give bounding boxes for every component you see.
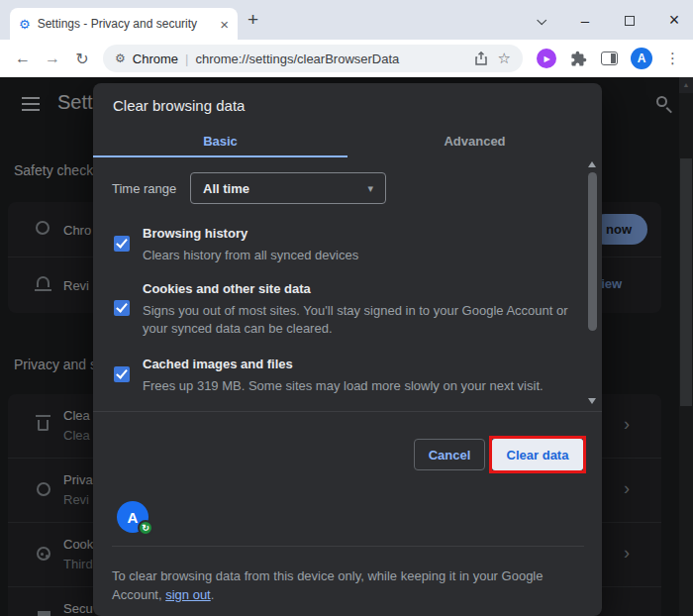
tab-basic[interactable]: Basic (93, 124, 347, 157)
settings-page: Sett Safety check Chro now Revi view Pri… (0, 77, 693, 616)
item-description: Signs you out of most sites. You'll stay… (143, 302, 571, 338)
window-controls: – × (509, 0, 687, 40)
bookmark-star-icon[interactable]: ☆ (498, 50, 511, 67)
time-range-label: Time range (112, 181, 176, 196)
item-title: Browsing history (143, 226, 571, 241)
signout-note-period: . (211, 587, 215, 602)
item-description: Clears history from all synced devices (143, 247, 571, 264)
dialog-scroll-down-icon[interactable] (588, 398, 596, 404)
browser-menu-icon[interactable]: ⋮ (665, 50, 680, 67)
minimize-button[interactable]: – (572, 13, 598, 28)
row-cookies-site-data: Cookies and other site data Signs you ou… (114, 281, 571, 338)
side-panel-icon[interactable] (601, 51, 618, 65)
profile-avatar[interactable]: A (631, 48, 652, 69)
tab-title: Settings - Privacy and security (38, 17, 215, 31)
url-text: chrome://settings/clearBrowserData (195, 51, 465, 66)
forward-button[interactable]: → (38, 50, 67, 67)
extensions-puzzle-icon[interactable] (570, 51, 587, 67)
cached-images-checkbox[interactable] (114, 366, 130, 382)
tab-close-icon[interactable]: × (220, 17, 229, 32)
row-cached-images: Cached images and files Frees up 319 MB.… (114, 357, 571, 395)
clear-browsing-data-dialog: Clear browsing data Basic Advanced Time … (93, 83, 602, 616)
dialog-scrollbar-thumb[interactable] (588, 172, 597, 331)
signout-note: To clear browsing data from this device … (112, 566, 583, 604)
tab-advanced[interactable]: Advanced (347, 124, 602, 157)
time-range-value: All time (203, 181, 367, 196)
address-bar[interactable]: ⚙ Chrome | chrome://settings/clearBrowse… (103, 45, 523, 72)
site-label: Chrome (133, 51, 178, 66)
item-title: Cookies and other site data (143, 281, 571, 296)
avatar-letter: A (128, 509, 139, 526)
cancel-button[interactable]: Cancel (414, 439, 485, 470)
row-browsing-history: Browsing history Clears history from all… (114, 226, 571, 264)
new-tab-button[interactable]: + (248, 9, 258, 31)
browser-window: ⚙ Settings - Privacy and security × + – … (0, 0, 693, 616)
play-glyph: ▶ (544, 54, 549, 63)
settings-gear-favicon-icon: ⚙ (19, 17, 31, 32)
dialog-tabs: Basic Advanced (93, 124, 602, 157)
footer-divider (112, 546, 584, 547)
dialog-body-divider (93, 411, 602, 412)
close-button[interactable]: × (661, 11, 687, 29)
annotation-highlight-box: Clear data (489, 436, 586, 473)
url-separator: | (185, 51, 188, 66)
site-settings-gear-icon: ⚙ (115, 51, 126, 65)
back-button[interactable]: ← (8, 50, 38, 67)
browser-tab[interactable]: ⚙ Settings - Privacy and security × (10, 8, 238, 40)
caret-down-icon: ▾ (367, 182, 373, 195)
reload-button[interactable]: ↻ (67, 50, 97, 68)
cookies-checkbox[interactable] (114, 300, 130, 316)
sync-badge-icon: ↻ (138, 520, 153, 536)
time-range-select[interactable]: All time ▾ (190, 172, 386, 204)
browsing-history-checkbox[interactable] (114, 236, 130, 252)
titlebar: ⚙ Settings - Privacy and security × + – … (0, 0, 693, 40)
share-icon[interactable] (474, 51, 488, 65)
maximize-button[interactable] (617, 13, 643, 28)
account-avatar: A ↻ (117, 501, 148, 533)
clear-data-button[interactable]: Clear data (492, 439, 583, 470)
browser-toolbar: ← → ↻ ⚙ Chrome | chrome://settings/clear… (0, 40, 693, 77)
dialog-scroll-up-icon[interactable] (588, 161, 596, 167)
item-title: Cached images and files (143, 357, 571, 371)
item-description: Frees up 319 MB. Some sites may load mor… (143, 377, 571, 395)
dialog-title: Clear browsing data (113, 97, 245, 114)
active-tab-underline (93, 155, 347, 157)
sign-out-link[interactable]: sign out (165, 587, 211, 602)
extension-play-icon[interactable]: ▶ (537, 49, 556, 68)
tab-search-chevron-icon[interactable] (528, 13, 553, 28)
